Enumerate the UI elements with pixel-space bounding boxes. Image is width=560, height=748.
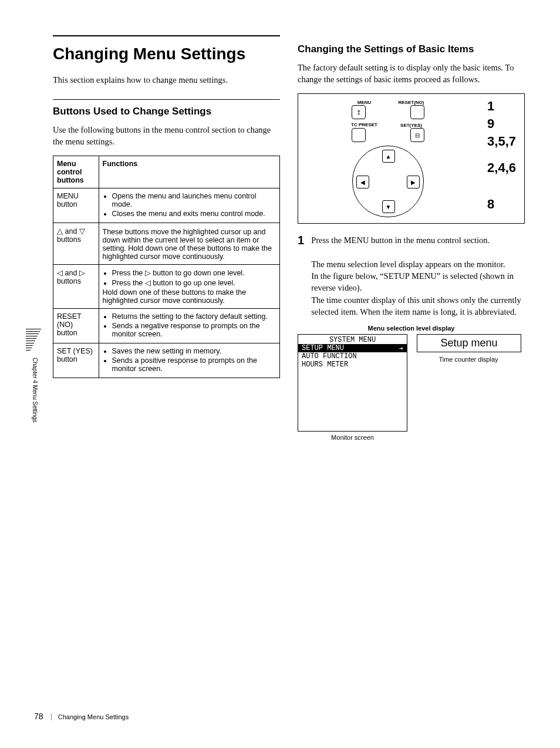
func-bullet: Saves the new setting in memory. [112, 347, 276, 355]
footer-title: Changing Menu Settings [58, 713, 129, 720]
table-row: RESET (NO) button Returns the setting to… [53, 309, 280, 343]
page-footer: 78 Changing Menu Settings [34, 712, 129, 721]
func-bullet: Opens the menu and launches menu control… [112, 192, 276, 208]
reset-button-icon [410, 105, 424, 119]
label-menu: MENU [347, 100, 382, 105]
func-tail: Hold down one of these buttons to make t… [103, 288, 276, 305]
up-arrow-icon: ▲ [382, 150, 395, 163]
btn-func: These buttons move the highlighted curso… [99, 223, 280, 265]
func-bullet: Press the ▷ button to go down one level. [112, 268, 276, 277]
btn-name: MENU button [53, 188, 99, 223]
func-bullet: Sends a positive response to prompts on … [112, 356, 276, 373]
th-functions: Functions [99, 156, 280, 188]
callout: 8 [487, 196, 516, 213]
monitor-line: AUTO FUNCTION [298, 352, 407, 360]
callout: 9 [487, 115, 516, 133]
label-set: SET(YES) [394, 123, 429, 128]
section-basic-heading: Changing the Settings of Basic Items [298, 43, 525, 55]
margin-ornament-icon [26, 329, 32, 351]
label-reset: RESET(NO) [394, 100, 429, 105]
monitor-line: SYSTEM MENU [298, 336, 407, 344]
table-row: MENU button Opens the menu and launches … [53, 188, 280, 223]
table-row: △ and ▽ buttons These buttons move the h… [53, 223, 280, 265]
down-arrow-icon: ▼ [382, 200, 395, 213]
btn-func: Press the ▷ button to go down one level.… [99, 265, 280, 309]
page-number: 78 [34, 712, 43, 721]
btn-func: Saves the new setting in memory. Sends a… [99, 343, 280, 378]
monitor-line-selected: SETUP MENU [298, 344, 407, 352]
th-buttons: Menu control buttons [53, 156, 99, 188]
time-counter-caption: Time counter display [417, 356, 520, 363]
page-title: Changing Menu Settings [53, 35, 280, 63]
monitor-line: HOURS METER [298, 360, 407, 369]
control-panel-diagram: MENU RESET(NO) ↥ TC PRESET SET(YES) ⊟ ▲ [298, 93, 525, 224]
left-column: Changing Menu Settings This section expl… [53, 35, 280, 441]
label-tc-preset: TC PRESET [347, 123, 382, 128]
intro-text: This section explains how to change menu… [53, 75, 280, 85]
menu-display-caption: Menu selection level display [298, 325, 525, 332]
step-number: 1 [298, 234, 304, 318]
callout: 1 [487, 97, 516, 115]
callout-numbers: 1 9 3,5,7 2,4,6 8 [487, 97, 516, 213]
chapter-side-label: Chapter 4 Menu Settings [32, 358, 38, 423]
table-row: SET (YES) button Saves the new setting i… [53, 343, 280, 378]
section-buttons-heading: Buttons Used to Change Settings [53, 99, 280, 117]
monitor-screen: SYSTEM MENU SETUP MENU AUTO FUNCTION HOU… [298, 334, 407, 432]
callout: 2,4,6 [487, 159, 516, 177]
table-row: ◁ and ▷ buttons Press the ▷ button to go… [53, 265, 280, 309]
func-bullet: Press the ◁ button to go up one level. [112, 278, 276, 287]
tc-preset-button-icon [352, 128, 366, 142]
btn-name: △ and ▽ buttons [53, 223, 99, 265]
step-explanation: The menu selection level display appears… [311, 258, 525, 318]
side-margin: Chapter 4 Menu Settings [26, 329, 38, 423]
func-bullet: Sends a negative response to prompts on … [112, 322, 276, 338]
buttons-table: Menu control buttons Functions MENU butt… [53, 156, 280, 378]
left-arrow-icon: ◀ [356, 176, 369, 188]
right-column: Changing the Settings of Basic Items The… [298, 35, 525, 441]
time-counter-box: Setup menu [417, 334, 521, 352]
step-instruction: Press the MENU button in the menu contro… [311, 234, 525, 246]
buttons-lead: Use the following buttons in the menu co… [53, 124, 280, 147]
right-arrow-icon: ▶ [407, 176, 420, 188]
footer-divider-icon [51, 713, 52, 720]
btn-name: ◁ and ▷ buttons [53, 265, 99, 309]
btn-name: SET (YES) button [53, 343, 99, 378]
func-bullet: Closes the menu and exits menu control m… [112, 210, 276, 218]
menu-button-icon: ↥ [352, 105, 366, 119]
screens-group: SYSTEM MENU SETUP MENU AUTO FUNCTION HOU… [298, 334, 525, 441]
basic-lead: The factory default setting is to displa… [298, 62, 525, 85]
btn-func: Returns the setting to the factory defau… [99, 309, 280, 343]
set-button-icon: ⊟ [410, 128, 424, 142]
btn-func: Opens the menu and launches menu control… [99, 188, 280, 223]
func-bullet: Returns the setting to the factory defau… [112, 312, 276, 321]
btn-name: RESET (NO) button [53, 309, 99, 343]
dpad-icon: ▲ ▼ ◀ ▶ [352, 146, 424, 217]
func-text: These buttons move the highlighted curso… [103, 228, 276, 261]
step-1: 1 Press the MENU button in the menu cont… [298, 234, 525, 318]
callout: 3,5,7 [487, 133, 516, 150]
monitor-caption: Monitor screen [298, 434, 407, 441]
